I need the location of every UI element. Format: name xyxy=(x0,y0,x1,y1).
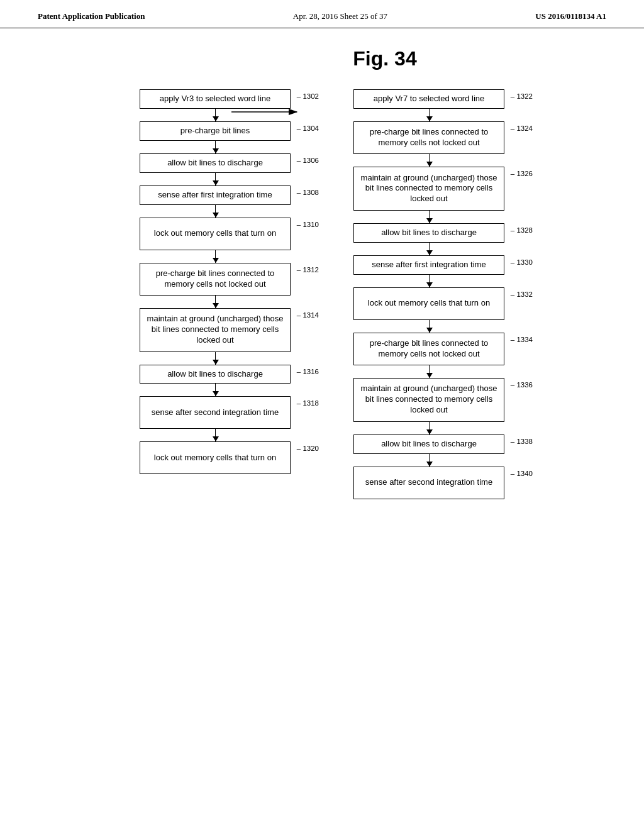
header-right: US 2016/0118134 A1 xyxy=(535,11,606,21)
arrow-1306-1308 xyxy=(215,173,216,185)
arrow-1328-1330 xyxy=(429,243,430,255)
node-1320: lock out memory cells that turn on – 132… xyxy=(140,441,291,474)
arrow-1314-1316 xyxy=(215,352,216,365)
node-1302: apply Vr3 to selected word line – 1302 xyxy=(140,89,291,109)
label-1312: – 1312 xyxy=(297,265,319,275)
node-1334: pre-charge bit lines connected to memory… xyxy=(353,333,504,365)
node-1332: lock out memory cells that turn on – 133… xyxy=(353,287,504,320)
arrow-1330-1332 xyxy=(429,275,430,287)
left-flow-column: apply Vr3 to selected word line – 1302 p… xyxy=(127,89,303,499)
label-1338: – 1338 xyxy=(511,437,533,446)
arrow-1334-1336 xyxy=(429,365,430,378)
arrow-1324-1326 xyxy=(429,154,430,167)
node-1312: pre-charge bit lines connected to memory… xyxy=(140,263,291,296)
label-1336: – 1336 xyxy=(511,380,533,390)
label-1318: – 1318 xyxy=(297,399,319,408)
label-1308: – 1308 xyxy=(297,188,319,197)
label-1302: – 1302 xyxy=(297,92,319,101)
node-1316: allow bit lines to discharge – 1316 xyxy=(140,365,291,384)
right-flow-column: apply Vr7 to selected word line – 1322 p… xyxy=(341,89,517,499)
figure-title: Fig. 34 xyxy=(164,47,606,70)
label-1320: – 1320 xyxy=(297,444,319,453)
node-1322: apply Vr7 to selected word line – 1322 xyxy=(353,89,504,109)
node-1304: pre-charge bit lines – 1304 xyxy=(140,121,291,141)
arrow-1326-1328 xyxy=(429,211,430,223)
label-1330: – 1330 xyxy=(511,258,533,267)
arrow-1322-1324 xyxy=(429,109,430,121)
main-content: Fig. 34 apply Vr3 to selected word line … xyxy=(0,28,644,512)
diagram-area: apply Vr3 to selected word line – 1302 p… xyxy=(38,89,606,499)
label-1306: – 1306 xyxy=(297,156,319,165)
arrow-1316-1318 xyxy=(215,384,216,396)
node-1338: allow bit lines to discharge – 1338 xyxy=(353,434,504,454)
label-1328: – 1328 xyxy=(511,226,533,235)
label-1332: – 1332 xyxy=(511,290,533,299)
label-1334: – 1334 xyxy=(511,335,533,345)
node-1330: sense after first integration time – 133… xyxy=(353,255,504,275)
node-1336: maintain at ground (uncharged) those bit… xyxy=(353,378,504,422)
label-1316: – 1316 xyxy=(297,367,319,377)
label-1310: – 1310 xyxy=(297,220,319,230)
header-center: Apr. 28, 2016 Sheet 25 of 37 xyxy=(293,11,387,21)
arrow-1302-1304 xyxy=(215,109,216,121)
arrow-1312-1314 xyxy=(215,296,216,308)
arrow-1308-1310 xyxy=(215,205,216,218)
header-left: Patent Application Publication xyxy=(38,11,145,21)
node-1326: maintain at ground (uncharged) those bit… xyxy=(353,167,504,211)
label-1324: – 1324 xyxy=(511,124,533,133)
arrow-1332-1334 xyxy=(429,320,430,333)
node-1340: sense after second integration time – 13… xyxy=(353,467,504,499)
label-1322: – 1322 xyxy=(511,92,533,101)
arrow-1336-1338 xyxy=(429,422,430,434)
node-1308: sense after first integration time – 130… xyxy=(140,185,291,205)
arrow-1338-1340 xyxy=(429,454,430,467)
arrow-1310-1312 xyxy=(215,250,216,263)
node-1310: lock out memory cells that turn on – 131… xyxy=(140,218,291,250)
node-1328: allow bit lines to discharge – 1328 xyxy=(353,223,504,243)
page-header: Patent Application Publication Apr. 28, … xyxy=(0,0,644,28)
node-1318: sense after second integration time – 13… xyxy=(140,396,291,429)
label-1304: – 1304 xyxy=(297,124,319,133)
label-1314: – 1314 xyxy=(297,311,319,320)
node-1314: maintain at ground (uncharged) those bit… xyxy=(140,308,291,352)
node-1306: allow bit lines to discharge – 1306 xyxy=(140,153,291,173)
node-1324: pre-charge bit lines connected to memory… xyxy=(353,121,504,154)
arrow-1304-1306 xyxy=(215,141,216,153)
label-1340: – 1340 xyxy=(511,469,533,479)
arrow-1318-1320 xyxy=(215,429,216,441)
label-1326: – 1326 xyxy=(511,169,533,179)
